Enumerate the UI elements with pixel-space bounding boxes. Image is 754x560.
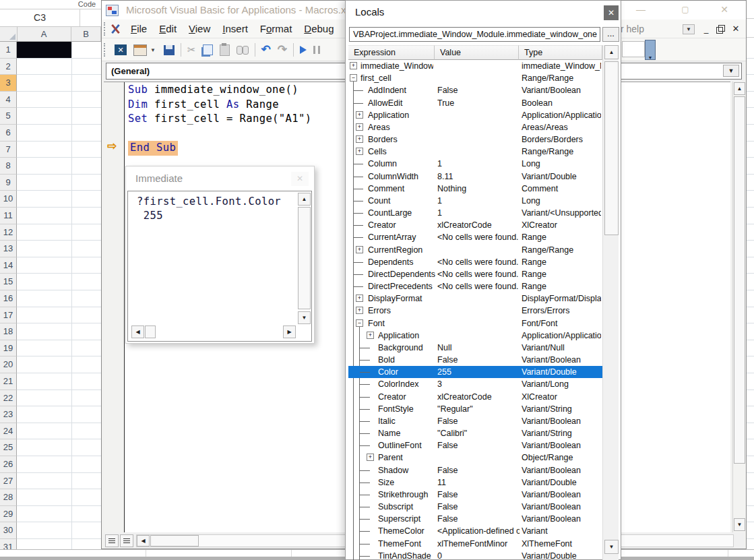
menu-view[interactable]: View (183, 20, 216, 38)
column-header-type[interactable]: Type (519, 45, 602, 60)
mdi-minimize-icon[interactable]: _ (700, 22, 712, 36)
run-icon[interactable] (300, 46, 307, 54)
row-header[interactable]: 4 (0, 92, 17, 108)
locals-row[interactable]: +ParentObject/Range (348, 452, 602, 464)
row-header[interactable]: 14 (0, 257, 17, 274)
locals-row[interactable]: StrikethroughFalseVariant/Boolean (348, 489, 602, 501)
locals-row[interactable]: ColorIndex3Variant/Long (348, 378, 602, 390)
row-header[interactable]: 11 (0, 208, 17, 224)
expander-icon[interactable]: − (356, 319, 363, 327)
locals-row[interactable]: +ApplicationApplication/Application (348, 109, 602, 121)
locals-row[interactable]: DirectPrecedents<No cells were found.Ran… (348, 280, 602, 292)
close-icon[interactable]: ✕ (291, 172, 309, 186)
locals-row[interactable]: FontStyle"Regular"Variant/String (348, 403, 602, 415)
menu-file[interactable]: File (125, 20, 153, 38)
immediate-title-bar[interactable]: Immediate ✕ (126, 166, 314, 191)
row-header[interactable]: 6 (0, 125, 17, 142)
menu-edit[interactable]: Edit (153, 20, 183, 38)
menu-insert[interactable]: Insert (216, 20, 254, 38)
insert-dropdown-icon[interactable] (150, 47, 157, 53)
immediate-content[interactable]: ?first_cell.Font.Color 255 ▲ ▼ ◀ ▶ (127, 191, 312, 342)
row-header[interactable]: 15 (0, 274, 17, 290)
locals-row[interactable]: SuperscriptFalseVariant/Boolean (348, 513, 602, 525)
locals-row[interactable]: ThemeColor<Application-defined oVariant (348, 525, 602, 537)
save-icon[interactable] (164, 45, 175, 55)
expander-icon[interactable]: + (356, 246, 363, 253)
locals-row[interactable]: TintAndShade0Variant/Double (348, 550, 602, 560)
row-header[interactable]: 25 (0, 439, 17, 456)
row-header[interactable]: 26 (0, 456, 17, 473)
row-header[interactable]: 5 (0, 108, 17, 125)
help-box[interactable]: r help (621, 20, 661, 38)
row-header[interactable]: 12 (0, 224, 17, 241)
locals-row[interactable]: +ApplicationApplication/Application (348, 330, 602, 342)
locals-row[interactable]: +DisplayFormatDisplayFormat/DisplayF (348, 292, 602, 305)
row-header[interactable]: 13 (0, 241, 17, 257)
locals-row[interactable]: ShadowFalseVariant/Boolean (348, 464, 602, 476)
row-header[interactable]: 28 (0, 489, 17, 506)
locals-row[interactable]: CountLarge1Variant/<Unsupported va (348, 207, 602, 219)
view-excel-icon[interactable] (115, 44, 127, 55)
locals-row[interactable]: CreatorxlCreatorCodeXlCreator (348, 391, 602, 403)
expander-icon[interactable]: + (356, 148, 363, 155)
locals-window[interactable]: Locals ✕ VBAProject.immediate_Window_Mod… (345, 0, 621, 560)
row-header[interactable]: 22 (0, 390, 17, 407)
locals-row[interactable]: CommentNothingComment (348, 183, 602, 195)
locals-row[interactable]: +immediate_Windowimmediate_Window_Module (348, 60, 602, 72)
row-header[interactable]: 18 (0, 323, 17, 340)
locals-row[interactable]: DirectDependents<No cells were found.Ran… (348, 268, 602, 280)
expander-icon[interactable]: + (356, 294, 363, 302)
expander-icon[interactable]: + (356, 111, 363, 119)
immediate-window[interactable]: Immediate ✕ ?first_cell.Font.Color 255 ▲… (125, 166, 315, 344)
scroll-right-icon[interactable]: ▶ (283, 325, 296, 338)
row-header[interactable]: 20 (0, 356, 17, 373)
locals-row[interactable]: Name"Calibri"Variant/String (348, 427, 602, 439)
locals-row[interactable]: Size11Variant/Double (348, 476, 602, 489)
drag-handle[interactable] (104, 22, 107, 36)
row-header[interactable]: 8 (0, 158, 17, 175)
locals-row[interactable]: ThemeFontxlThemeFontMinorXlThemeFont (348, 538, 602, 550)
insert-userform-icon[interactable] (133, 44, 147, 56)
locals-row[interactable]: CreatorxlCreatorCodeXlCreator (348, 219, 602, 231)
row-header[interactable]: 24 (0, 423, 17, 440)
copy-icon[interactable] (203, 44, 213, 55)
scroll-down-icon[interactable]: ▼ (604, 540, 619, 554)
locals-context-box[interactable]: VBAProject.immediate_Window_Module.immed… (349, 27, 600, 42)
locals-row[interactable]: SubscriptFalseVariant/Boolean (348, 501, 602, 513)
locals-row[interactable]: +ErrorsErrors/Errors (348, 305, 602, 317)
locals-row[interactable]: OutlineFontFalseVariant/Boolean (348, 439, 602, 452)
row-header[interactable]: 3 (0, 75, 17, 92)
scroll-thumb[interactable] (145, 325, 156, 338)
column-header-value[interactable]: Value (435, 45, 519, 60)
locals-row[interactable]: Column1Long (348, 158, 602, 170)
full-module-view-button[interactable] (120, 534, 133, 547)
maximize-icon[interactable]: ▢ (679, 2, 692, 17)
expander-icon[interactable]: + (367, 454, 374, 461)
undo-icon[interactable] (261, 44, 271, 55)
locals-row[interactable]: +CellsRange/Range (348, 146, 602, 158)
chevron-down-icon[interactable]: ▼ (723, 65, 739, 77)
row-header[interactable]: 17 (0, 307, 17, 324)
find-icon[interactable] (237, 46, 249, 54)
row-header[interactable]: 29 (0, 506, 17, 523)
row-header[interactable]: 10 (0, 191, 17, 208)
row-header[interactable]: 27 (0, 473, 17, 490)
locals-row[interactable]: Color255Variant/Double (348, 366, 602, 378)
scroll-up-icon[interactable]: ▲ (604, 45, 619, 59)
expander-icon[interactable]: + (356, 135, 363, 143)
scroll-up-icon[interactable]: ▲ (734, 82, 745, 95)
redo-icon[interactable] (278, 44, 287, 55)
locals-row[interactable]: −FontFont/Font (348, 317, 602, 330)
mdi-restore-icon[interactable] (714, 22, 726, 36)
more-button[interactable]: ... (602, 27, 619, 42)
procedure-view-button[interactable] (105, 534, 119, 547)
locals-row[interactable]: Dependents<No cells were found.Range (348, 256, 602, 268)
excel-grid[interactable] (17, 42, 101, 549)
locals-row[interactable]: CurrentArray<No cells were found.Range (348, 231, 602, 243)
locals-row[interactable]: BackgroundNullVariant/Null (348, 342, 602, 354)
locals-row[interactable]: AllowEditTrueBoolean (348, 97, 602, 109)
cut-icon[interactable] (187, 44, 196, 56)
expander-icon[interactable]: + (356, 307, 363, 314)
row-header[interactable]: 9 (0, 175, 17, 191)
locals-row[interactable]: ItalicFalseVariant/Boolean (348, 415, 602, 427)
